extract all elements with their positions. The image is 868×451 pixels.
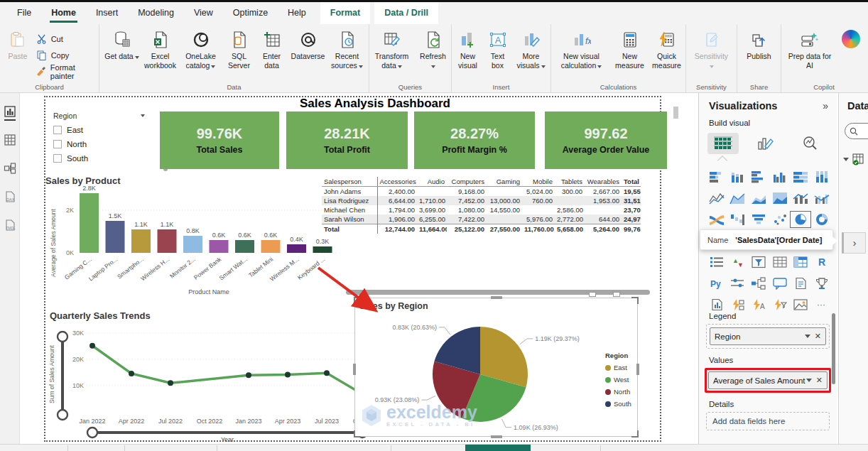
decomposition-tree-icon[interactable]: [748, 275, 769, 292]
table-view-icon[interactable]: [4, 134, 16, 146]
refresh-button[interactable]: Refresh: [416, 27, 450, 70]
dax-query-view-icon[interactable]: DAX: [4, 190, 16, 203]
key-influencers-icon[interactable]: [727, 275, 749, 292]
selection-grip-top[interactable]: [491, 296, 502, 299]
bar-chart-svg[interactable]: Average of Sales Amount0K2K2.8KGaming C.…: [45, 186, 344, 297]
scatter-chart-icon[interactable]: [769, 211, 791, 228]
checkbox-icon[interactable]: [53, 154, 62, 163]
text-box-button[interactable]: A Text box: [484, 27, 511, 70]
quarterly-sales-trends-visual[interactable]: Quarterly Sales Trends Sum of Sales Amou…: [45, 310, 381, 442]
table-icon[interactable]: [769, 254, 791, 271]
kpi-card-profit-margin[interactable]: 28.27%Profit Margin %: [414, 112, 535, 169]
new-visual-button[interactable]: New visual: [453, 27, 483, 70]
bar[interactable]: [313, 246, 332, 253]
table-row[interactable]: John Adams2,400.009,168.005,024.00300.00…: [322, 187, 641, 197]
paste-button[interactable]: Paste: [0, 27, 36, 61]
column-header[interactable]: Wearables: [585, 177, 622, 187]
ribbon-chart-icon[interactable]: [706, 211, 727, 228]
bar[interactable]: [235, 240, 254, 253]
kpi-card-total-sales[interactable]: 99.76KTotal Sales: [160, 112, 279, 169]
selection-corner[interactable]: [631, 297, 639, 304]
data-point[interactable]: [168, 380, 173, 386]
bar[interactable]: [80, 193, 99, 253]
donut-chart-icon[interactable]: [811, 211, 832, 228]
selection-grip-left[interactable]: [353, 364, 356, 375]
metrics-icon[interactable]: [811, 275, 832, 292]
q-and-a-icon[interactable]: [769, 275, 791, 292]
transform-data-button[interactable]: Transform data: [371, 27, 413, 70]
report-view-icon[interactable]: [4, 105, 16, 118]
tab-help[interactable]: Help: [278, 2, 316, 24]
line-chart-svg[interactable]: Sum of Sales Amount10K20K30KJan 2022Apr …: [45, 321, 381, 442]
slicer-item-south[interactable]: South: [53, 154, 149, 163]
tab-home[interactable]: Home: [41, 2, 86, 24]
legend-item[interactable]: North: [614, 388, 630, 396]
column-header[interactable]: Accessories: [377, 177, 417, 187]
data-point[interactable]: [324, 370, 330, 376]
active-page-tab[interactable]: [465, 445, 531, 451]
clustered-column-chart-icon[interactable]: [769, 168, 791, 185]
tmdl-view-icon[interactable]: TMDL: [4, 219, 16, 232]
selection-corner[interactable]: [631, 430, 639, 438]
stacked-area-chart-icon[interactable]: [748, 190, 769, 207]
kpi-icon[interactable]: ▲▼: [727, 254, 749, 271]
details-well[interactable]: Add data fields here: [706, 412, 830, 430]
slider-handle[interactable]: [58, 332, 67, 342]
column-header[interactable]: Total: [622, 177, 641, 187]
slicer-item-east[interactable]: East: [53, 126, 149, 134]
column-header[interactable]: Tablets: [555, 177, 585, 187]
legend-item[interactable]: South: [614, 400, 631, 408]
new-measure-button[interactable]: New measure: [612, 27, 648, 70]
chevron-down-icon[interactable]: [805, 335, 810, 338]
legend-well[interactable]: Region ✕: [706, 324, 830, 349]
expand-pane-button[interactable]: ›: [842, 232, 866, 254]
copilot-button[interactable]: [839, 27, 863, 48]
format-painter-button[interactable]: Format painter: [36, 64, 99, 79]
recent-sources-button[interactable]: Recent sources: [330, 27, 365, 70]
chevron-down-icon[interactable]: [843, 158, 849, 161]
visual-header-more-icon[interactable]: …: [613, 292, 620, 297]
onelake-catalog-button[interactable]: OneLake catalog: [180, 27, 222, 70]
slicer-item-north[interactable]: North: [53, 140, 149, 148]
tab-view[interactable]: View: [184, 2, 223, 24]
smart-narrative-icon[interactable]: [790, 275, 811, 292]
data-point[interactable]: [246, 372, 251, 378]
values-well-highlighted[interactable]: Average of Sales Amount ✕: [705, 368, 831, 393]
copy-button[interactable]: Copy: [36, 48, 99, 63]
r-script-icon[interactable]: R: [811, 254, 832, 271]
trend-line[interactable]: [92, 346, 366, 396]
column-header[interactable]: Computers: [447, 177, 487, 187]
clustered-bar-chart-icon[interactable]: [748, 168, 769, 185]
stacked-column-chart-icon[interactable]: [727, 168, 749, 185]
tab-optimize[interactable]: Optimize: [223, 2, 278, 24]
data-table-item[interactable]: [843, 153, 864, 165]
multi-row-card-icon[interactable]: [706, 254, 727, 271]
publish-button[interactable]: Publish: [742, 27, 777, 61]
image-icon[interactable]: [790, 296, 811, 313]
sales-by-region-visual[interactable]: Sales by Region 1.19K (29.37%)1.09K (26.…: [354, 298, 638, 437]
prep-data-for-ai-button[interactable]: Prep data for AI: [785, 27, 835, 70]
python-script-icon[interactable]: Py: [706, 275, 727, 292]
table-row[interactable]: Sarah Wilson1,906.006,255.007,422.005,97…: [322, 214, 641, 224]
bar[interactable]: [106, 221, 125, 253]
quick-measure-button[interactable]: Quick measure: [649, 27, 685, 70]
selection-corner[interactable]: [354, 297, 361, 304]
line-and-clustered-column-chart-icon[interactable]: [811, 190, 832, 207]
sql-server-button[interactable]: SQL Server: [223, 27, 256, 70]
sales-by-product-visual[interactable]: Sales by Product Average of Sales Amount…: [45, 175, 344, 299]
excel-workbook-button[interactable]: Excel workbook: [142, 27, 179, 70]
slicer-icon[interactable]: [748, 254, 769, 271]
area-chart-icon[interactable]: [727, 190, 749, 207]
pie-chart-icon[interactable]: [790, 211, 811, 228]
line-chart-icon[interactable]: [706, 190, 727, 207]
table-row[interactable]: Michael Chen1,794.003,699.001,080.0014,5…: [322, 205, 641, 214]
legend-item[interactable]: East: [614, 364, 627, 371]
more-visuals-button[interactable]: More visuals: [513, 27, 550, 70]
power-apps-icon[interactable]: [727, 296, 749, 313]
paginated-report-icon[interactable]: [706, 296, 727, 313]
slider-handle[interactable]: [58, 410, 67, 420]
column-header[interactable]: Gaming: [487, 177, 522, 187]
power-automate-visual-icon[interactable]: [769, 296, 791, 313]
data-point[interactable]: [285, 371, 291, 377]
data-point[interactable]: [89, 343, 95, 349]
